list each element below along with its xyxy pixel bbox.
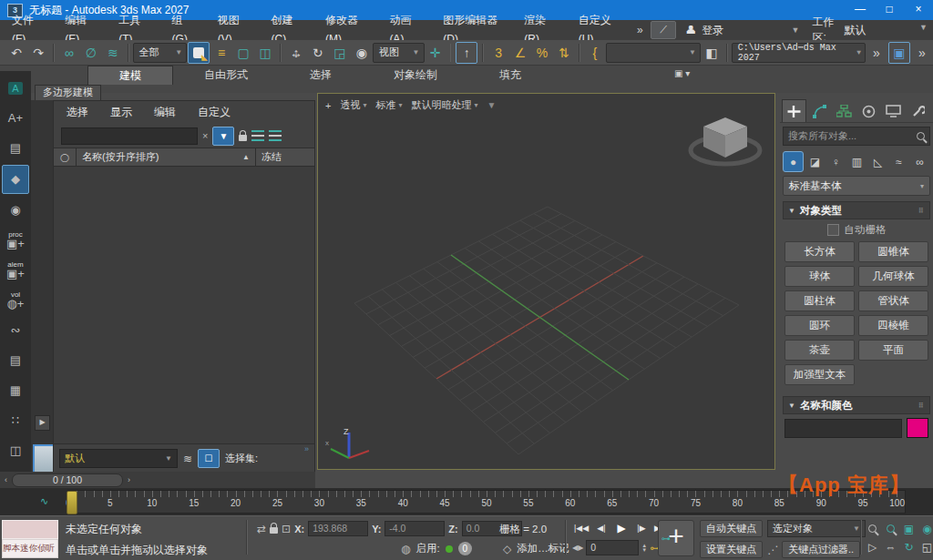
maxscript-mini-listener[interactable] (2, 520, 58, 539)
scene-a-icon[interactable]: A (3, 75, 28, 102)
add-marker-label[interactable]: 添加…标记 (517, 542, 569, 555)
time-slider-handle[interactable] (67, 491, 77, 514)
perspective-viewport[interactable]: + 透视▾ 标准▾ 默认明暗处理▾ ▼ Z x (317, 93, 775, 470)
snap-toggle-3d-icon[interactable]: 3 (488, 43, 508, 63)
maximize-button[interactable]: □ (875, 0, 904, 20)
enable-count-badge[interactable]: 0 (458, 542, 472, 555)
primitive-button[interactable]: 平面 (858, 340, 928, 361)
use-center-icon[interactable]: ◉ (352, 43, 372, 63)
minimize-button[interactable]: — (846, 0, 875, 20)
close-button[interactable]: × (904, 0, 933, 20)
pen-tool-icon[interactable]: ⟋ (651, 21, 677, 39)
y-coordinate-field[interactable]: -4.0 (384, 521, 445, 536)
primitive-button[interactable]: 加强型文本 (784, 364, 855, 385)
explorer-menu-item[interactable]: 编辑 (154, 105, 176, 120)
windows-pair-icon[interactable]: ◫ (3, 437, 28, 464)
alembic-object-icon[interactable]: alem ▣+ (3, 257, 28, 284)
reference-coord-dropdown[interactable]: 视图 ▼ (373, 43, 425, 63)
hierarchy-tab-icon[interactable] (833, 100, 856, 122)
ribbon-tab[interactable]: 对象绘制 (363, 66, 468, 85)
select-rotate-icon[interactable]: ↻ (308, 43, 328, 63)
viewport-style-menu[interactable]: 标准▾ (375, 98, 402, 112)
current-frame-field[interactable]: 0 (586, 540, 639, 555)
primitive-button[interactable]: 圆环 (784, 315, 855, 336)
select-by-name-icon[interactable]: ≡ (211, 43, 231, 63)
proc-object-icon[interactable]: proc ▣+ (3, 227, 28, 254)
explorer-object-list[interactable] (54, 167, 314, 443)
active-layer-dropdown[interactable]: 默认 ▼ (59, 449, 178, 468)
save-scene-icon[interactable]: ▣ (888, 42, 910, 64)
key-filters-button[interactable]: 关键点过滤器.. (782, 541, 860, 558)
geometry-icon[interactable]: ● (783, 151, 804, 172)
volume-object-icon[interactable]: vol ◍+ (3, 287, 28, 314)
range-prev-icon[interactable]: ‹ (0, 475, 12, 484)
named-selection-dropdown[interactable]: ▼ (606, 43, 701, 63)
hand-list-icon[interactable]: ▤ (3, 347, 28, 374)
orbit-icon[interactable]: ↻ (900, 538, 918, 555)
autogrid-checkbox[interactable] (827, 224, 839, 236)
helpers-icon[interactable]: ◺ (868, 152, 887, 171)
create-tab-icon[interactable] (782, 99, 806, 122)
command-search-input[interactable]: 搜索所有对象... (783, 127, 930, 146)
layer-stack-icon[interactable]: ≋ (183, 453, 192, 465)
polygon-modeling-panel-tab[interactable]: 多边形建模 (35, 85, 101, 101)
mini-curve-editor-icon[interactable]: ∿ (40, 495, 48, 507)
auto-key-button[interactable]: 自动关键点 (700, 520, 763, 537)
select-manipulate-icon[interactable]: ✛ (425, 43, 446, 63)
ribbon-tab[interactable]: 填充 (468, 66, 552, 85)
object-name-input[interactable] (784, 419, 902, 438)
zoom-icon[interactable] (864, 520, 881, 537)
display-column-icon[interactable]: ◯ (54, 148, 77, 166)
set-keys-button[interactable]: + ⊶ (658, 520, 694, 556)
pan-icon[interactable]: ⇔ (882, 538, 899, 555)
filter-icon[interactable]: ▼ (212, 127, 234, 146)
cameras-icon[interactable]: ▥ (847, 152, 866, 171)
primitive-button[interactable]: 四棱锥 (858, 315, 928, 336)
ribbon-tab[interactable]: 自由形式 (173, 66, 279, 85)
absolute-mode-icon[interactable]: ⊡ (282, 523, 291, 535)
select-scale-icon[interactable]: ◲ (330, 43, 350, 63)
clear-search-icon[interactable]: × (202, 130, 208, 141)
keyboard-override-icon[interactable]: ↑ (456, 42, 477, 64)
isolate-layer-icon[interactable]: ☐ (198, 449, 220, 468)
primitive-button[interactable]: 圆柱体 (784, 290, 855, 311)
set-key-button[interactable]: 设置关键点 (700, 541, 763, 558)
range-next-icon[interactable]: › (123, 475, 135, 484)
angle-snap-icon[interactable]: ∠ (510, 43, 530, 63)
go-to-start-button[interactable]: |◀◀ (572, 520, 590, 535)
unlink-icon[interactable]: ∅ (81, 43, 101, 63)
maxscript-listener-label[interactable]: 脚本迷你侦听 (2, 539, 58, 558)
explorer-search-input[interactable] (61, 127, 198, 145)
explorer-menu-item[interactable]: 显示 (110, 105, 132, 120)
selection-lock-icon[interactable] (270, 527, 278, 534)
name-color-header[interactable]: ▼ 名称和颜色 ⠿ (783, 396, 930, 414)
primitive-button[interactable]: 几何球体 (858, 266, 928, 287)
auto-light-icon[interactable]: ◉ (3, 197, 28, 224)
motion-tab-icon[interactable] (857, 100, 880, 122)
select-link-icon[interactable]: ∞ (59, 43, 79, 63)
bind-spacewarp-icon[interactable]: ≋ (103, 43, 123, 63)
window-crossing-icon[interactable]: ◫ (255, 43, 275, 63)
primitive-button[interactable]: 管状体 (858, 290, 928, 311)
toolbar-overflow2-icon[interactable]: » (912, 43, 932, 63)
zoom-extents-all-icon[interactable]: ◉ (918, 520, 933, 537)
viewport-general-menu[interactable]: + (325, 100, 331, 111)
zoom-region-icon[interactable]: ▷ (864, 538, 881, 555)
selected-object-dropdown[interactable]: 选定对象 ▼ (767, 520, 866, 537)
x-coordinate-field[interactable]: 193.868 (308, 521, 368, 536)
photo-stack-icon[interactable]: ▦ (3, 377, 28, 404)
toolbar-overflow-icon[interactable]: » (866, 43, 887, 63)
populate-icon[interactable]: ◆ (2, 165, 29, 194)
lights-pair-icon[interactable]: ∷ (3, 407, 28, 434)
expand-tree-icon[interactable] (251, 130, 264, 141)
object-type-header[interactable]: ▼ 对象类型 ⠿ (783, 201, 930, 219)
hands-tool-icon[interactable]: ∾ (3, 317, 28, 344)
redo-icon[interactable]: ↷ (28, 43, 48, 63)
collapse-tree-icon[interactable] (269, 130, 282, 141)
primitive-button[interactable]: 长方体 (784, 241, 855, 262)
lights-icon[interactable]: ♀ (826, 152, 846, 171)
percent-snap-icon[interactable]: % (532, 43, 552, 63)
next-frame-button[interactable]: |▶ (632, 520, 651, 535)
expand-arrow-icon[interactable]: ▶ (35, 415, 50, 431)
select-object-button[interactable] (188, 42, 210, 64)
